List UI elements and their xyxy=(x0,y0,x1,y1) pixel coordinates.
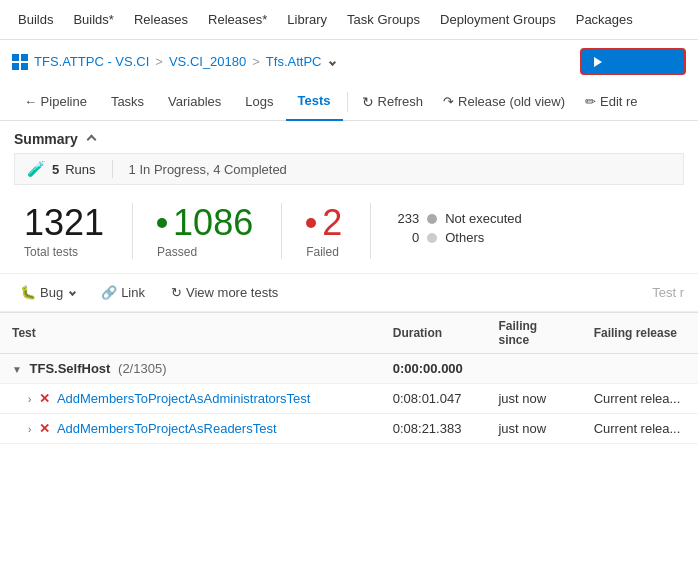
nav-packages[interactable]: Packages xyxy=(566,0,643,40)
breadcrumb-part2[interactable]: VS.CI_20180 xyxy=(169,54,246,69)
test-toolbar: 🐛 Bug 🔗 Link ↻ View more tests Test r xyxy=(0,273,698,312)
edit-action[interactable]: ✏ Edit re xyxy=(575,83,648,121)
not-executed-label: Not executed xyxy=(445,211,522,226)
not-executed-dot xyxy=(427,214,437,224)
row1-test-name[interactable]: AddMembersToProjectAsAdministratorsTest xyxy=(57,391,311,406)
row2-test-cell: › ✕ AddMembersToProjectAsReadersTest xyxy=(0,413,381,443)
top-navigation: Builds Builds* Releases Releases* Librar… xyxy=(0,0,698,40)
row2-failing-since: just now xyxy=(486,413,581,443)
nav-builds[interactable]: Builds xyxy=(8,0,63,40)
not-executed-row: 233 Not executed xyxy=(395,211,522,226)
failed-count: 2 xyxy=(322,203,342,243)
stat-total: 1321 Total tests xyxy=(24,203,133,259)
group-sub: (2/1305) xyxy=(118,361,166,376)
nav-releases-star[interactable]: Releases* xyxy=(198,0,277,40)
bug-button[interactable]: 🐛 Bug xyxy=(14,282,81,303)
col-header-duration: Duration xyxy=(381,312,487,353)
table-row: › ✕ AddMembersToProjectAsAdministratorsT… xyxy=(0,383,698,413)
subnav-pipeline[interactable]: ← Pipeline xyxy=(12,83,99,121)
view-more-icon: ↻ xyxy=(171,285,182,300)
nav-releases[interactable]: Releases xyxy=(124,0,198,40)
not-executed-count: 233 xyxy=(395,211,419,226)
row2-test-name[interactable]: AddMembersToProjectAsReadersTest xyxy=(57,421,277,436)
runs-status: 1 In Progress, 4 Completed xyxy=(113,162,287,177)
nav-task-groups[interactable]: Task Groups xyxy=(337,0,430,40)
test-right: Test r xyxy=(652,285,684,300)
col-header-failing-release: Failing release xyxy=(582,312,698,353)
release-old-label: Release (old view) xyxy=(458,94,565,109)
failed-label: Failed xyxy=(306,245,342,259)
link-label: Link xyxy=(121,285,145,300)
breadcrumb-dropdown[interactable] xyxy=(327,54,335,69)
in-progress-label: In progress xyxy=(607,54,672,69)
table-group-row: ▼ TFS.SelfHost (2/1305) 0:00:00.000 xyxy=(0,353,698,383)
subnav-divider xyxy=(347,92,348,112)
runs-status-text: 1 In Progress, 4 Completed xyxy=(129,162,287,177)
release-old-action[interactable]: ↷ Release (old view) xyxy=(433,83,575,121)
summary-title: Summary xyxy=(14,131,78,147)
row1-expand-icon[interactable]: › xyxy=(28,394,31,405)
stat-failed: 2 Failed xyxy=(306,203,371,259)
col-header-failing-since: Failing since xyxy=(486,312,581,353)
runs-label: Runs xyxy=(65,162,95,177)
row2-failing-release: Current relea... xyxy=(582,413,698,443)
nav-library[interactable]: Library xyxy=(277,0,337,40)
breadcrumb-part1[interactable]: TFS.ATTPC - VS.CI xyxy=(34,54,149,69)
bug-dropdown-icon xyxy=(69,289,76,296)
bug-label: Bug xyxy=(40,285,63,300)
edit-label: Edit re xyxy=(600,94,638,109)
group-expand-icon[interactable]: ▼ xyxy=(12,364,22,375)
sub-navigation: ← Pipeline Tasks Variables Logs Tests ↻ … xyxy=(0,83,698,121)
summary-header: Summary xyxy=(0,121,698,153)
svg-rect-2 xyxy=(12,63,19,70)
runs-count: 5 xyxy=(52,162,59,177)
link-icon: 🔗 xyxy=(101,285,117,300)
col-header-test: Test xyxy=(0,312,381,353)
breadcrumb-part3[interactable]: Tfs.AttPC xyxy=(266,54,322,69)
stat-passed: 1086 Passed xyxy=(157,203,282,259)
breadcrumb: TFS.ATTPC - VS.CI > VS.CI_20180 > Tfs.At… xyxy=(0,40,698,83)
group-duration: 0:00:00.000 xyxy=(381,353,487,383)
runs-info: 🧪 5 Runs xyxy=(27,160,113,178)
subnav-tasks[interactable]: Tasks xyxy=(99,83,156,121)
summary-collapse-icon[interactable] xyxy=(86,134,96,144)
group-failing-release xyxy=(582,353,698,383)
row1-duration: 0:08:01.047 xyxy=(381,383,487,413)
subnav-variables[interactable]: Variables xyxy=(156,83,233,121)
table-header-row: Test Duration Failing since Failing rele… xyxy=(0,312,698,353)
stat-others: 233 Not executed 0 Others xyxy=(395,203,522,245)
row1-test-cell: › ✕ AddMembersToProjectAsAdministratorsT… xyxy=(0,383,381,413)
subnav-tests[interactable]: Tests xyxy=(286,83,343,121)
link-button[interactable]: 🔗 Link xyxy=(95,282,151,303)
breadcrumb-sep1: > xyxy=(155,54,163,69)
row2-fail-icon: ✕ xyxy=(39,421,50,436)
bug-icon: 🐛 xyxy=(20,285,36,300)
refresh-action[interactable]: ↻ Refresh xyxy=(352,83,434,121)
breadcrumb-logo xyxy=(12,54,28,70)
total-count: 1321 xyxy=(24,203,104,243)
subnav-logs[interactable]: Logs xyxy=(233,83,285,121)
others-label: Others xyxy=(445,230,484,245)
in-progress-button[interactable]: In progress xyxy=(580,48,686,75)
others-count: 0 xyxy=(395,230,419,245)
svg-rect-1 xyxy=(21,54,28,61)
runs-bar: 🧪 5 Runs 1 In Progress, 4 Completed xyxy=(14,153,684,185)
others-dot xyxy=(427,233,437,243)
svg-rect-3 xyxy=(21,63,28,70)
edit-icon: ✏ xyxy=(585,94,596,109)
failed-dot xyxy=(306,218,316,228)
stats-row: 1321 Total tests 1086 Passed 2 Failed 23… xyxy=(0,185,698,273)
nav-builds-star[interactable]: Builds* xyxy=(63,0,123,40)
view-more-button[interactable]: ↻ View more tests xyxy=(165,282,284,303)
passed-label: Passed xyxy=(157,245,253,259)
row1-failing-since: just now xyxy=(486,383,581,413)
nav-deployment-groups[interactable]: Deployment Groups xyxy=(430,0,566,40)
row1-failing-release: Current relea... xyxy=(582,383,698,413)
flask-icon: 🧪 xyxy=(27,160,46,178)
row2-expand-icon[interactable]: › xyxy=(28,424,31,435)
release-old-icon: ↷ xyxy=(443,94,454,109)
test-table: Test Duration Failing since Failing rele… xyxy=(0,312,698,444)
group-failing-since xyxy=(486,353,581,383)
row1-fail-icon: ✕ xyxy=(39,391,50,406)
play-icon xyxy=(594,57,602,67)
